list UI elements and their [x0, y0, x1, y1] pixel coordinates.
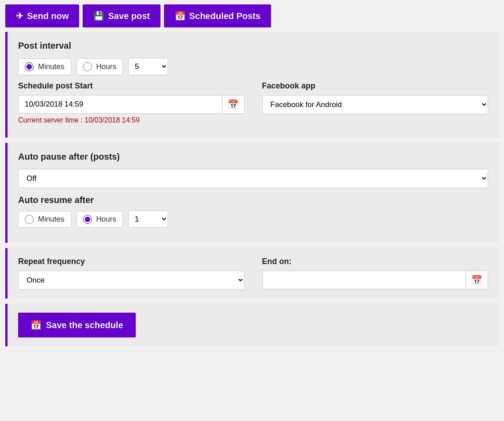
auto-resume-label: Auto resume after: [18, 195, 488, 205]
save-schedule-icon: [31, 320, 42, 330]
minutes-radio-group[interactable]: Minutes: [18, 58, 71, 75]
scheduled-posts-icon: [175, 11, 186, 21]
send-now-button[interactable]: Send now: [5, 4, 79, 27]
calendar-button[interactable]: 📅: [222, 96, 244, 113]
repeat-frequency-select[interactable]: Once Daily Weekly Monthly: [18, 271, 244, 290]
resume-minutes-radio-group[interactable]: Minutes: [18, 211, 71, 228]
minutes-radio[interactable]: [25, 62, 34, 71]
datetime-input[interactable]: [19, 96, 222, 113]
save-schedule-button[interactable]: Save the schedule: [18, 313, 136, 337]
minutes-label: Minutes: [38, 62, 65, 71]
resume-hours-radio[interactable]: [83, 215, 92, 224]
save-schedule-section: Save the schedule: [5, 304, 499, 346]
post-interval-title: Post interval: [18, 41, 488, 51]
interval-row: Minutes Hours 5 1 2 3 4 10 15 30 60: [18, 58, 488, 75]
hours-radio-group[interactable]: Hours: [76, 58, 123, 75]
end-on-calendar-button[interactable]: 📅: [466, 271, 488, 289]
repeat-end-row: Repeat frequency Once Daily Weekly Month…: [18, 257, 488, 290]
resume-minutes-label: Minutes: [38, 215, 65, 224]
server-time-text: Current server time : 10/03/2018 14:59: [18, 116, 244, 124]
schedule-facebook-row: Schedule post Start 📅 Current server tim…: [18, 81, 488, 124]
save-post-button[interactable]: Save post: [83, 4, 160, 27]
end-on-input[interactable]: [263, 271, 466, 289]
hours-radio[interactable]: [83, 62, 92, 71]
auto-resume-row: Minutes Hours 1 2 3 4 5 6 12 24 48: [18, 210, 488, 228]
toolbar: Send now Save post Scheduled Posts: [0, 0, 504, 32]
auto-resume-value-select[interactable]: 1 2 3 4 5 6 12 24 48: [128, 210, 168, 228]
send-icon: [16, 11, 23, 21]
save-schedule-label: Save the schedule: [46, 320, 123, 330]
end-on-label: End on:: [262, 257, 489, 266]
scheduled-posts-button[interactable]: Scheduled Posts: [164, 4, 271, 27]
resume-hours-label: Hours: [96, 215, 116, 224]
interval-value-select[interactable]: 5 1 2 3 4 10 15 30 60: [128, 58, 168, 75]
repeat-col: Repeat frequency Once Daily Weekly Month…: [18, 257, 244, 290]
resume-minutes-radio[interactable]: [25, 215, 34, 224]
post-interval-section: Post interval Minutes Hours 5 1 2 3 4 10…: [5, 32, 499, 138]
main-content: Post interval Minutes Hours 5 1 2 3 4 10…: [0, 32, 504, 360]
auto-pause-select[interactable]: Off 1 2 5 10 20 50 100: [18, 169, 488, 188]
facebook-app-label: Facebook app: [262, 81, 489, 91]
repeat-frequency-section: Repeat frequency Once Daily Weekly Month…: [5, 248, 499, 299]
facebook-app-col: Facebook app Facebook for Android Facebo…: [262, 81, 489, 124]
save-post-icon: [93, 11, 104, 21]
hours-label: Hours: [96, 62, 116, 71]
save-post-label: Save post: [108, 11, 149, 21]
schedule-start-label: Schedule post Start: [18, 81, 244, 91]
schedule-start-col: Schedule post Start 📅 Current server tim…: [18, 81, 244, 124]
datetime-wrapper: 📅: [18, 95, 244, 114]
facebook-app-select[interactable]: Facebook for Android Facebook for iOS Fa…: [262, 95, 489, 114]
resume-hours-radio-group[interactable]: Hours: [76, 211, 123, 228]
send-now-label: Send now: [27, 11, 69, 21]
end-on-wrapper: 📅: [262, 271, 489, 289]
scheduled-posts-label: Scheduled Posts: [189, 11, 260, 21]
auto-pause-title: Auto pause after (posts): [18, 152, 488, 162]
end-on-col: End on: 📅: [262, 257, 489, 289]
repeat-frequency-title: Repeat frequency: [18, 257, 244, 266]
auto-pause-section: Auto pause after (posts) Off 1 2 5 10 20…: [5, 143, 499, 243]
